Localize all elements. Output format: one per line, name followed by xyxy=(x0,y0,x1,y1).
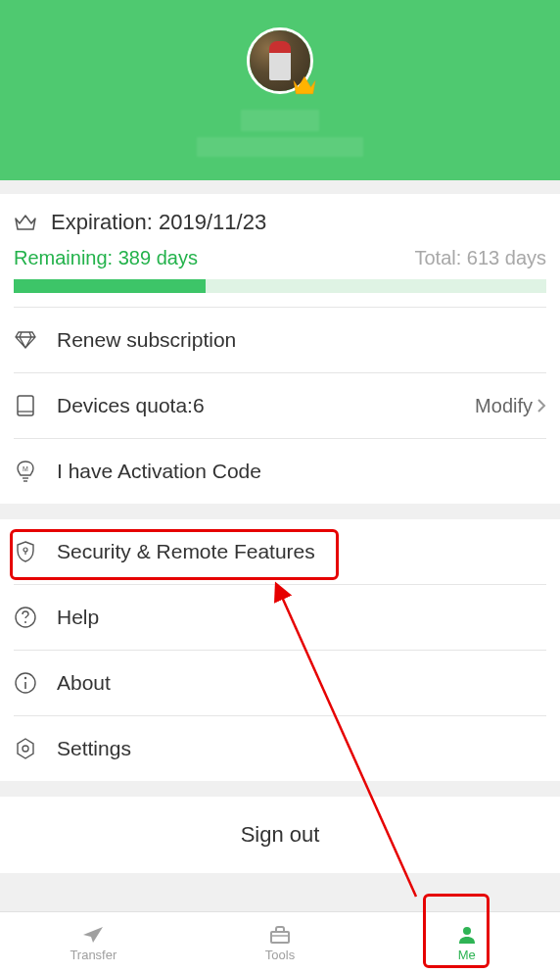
security-row[interactable]: Security & Remote Features xyxy=(0,519,560,584)
activation-label: I have Activation Code xyxy=(57,460,546,483)
expiration-label: Expiration: 2019/11/23 xyxy=(51,210,266,235)
info-icon xyxy=(14,672,37,694)
me-icon xyxy=(454,924,480,946)
modify-link[interactable]: Modify xyxy=(475,395,546,417)
renew-label: Renew subscription xyxy=(57,328,546,352)
settings-row[interactable]: Settings xyxy=(0,716,560,781)
progress-fill xyxy=(14,279,206,293)
nav-tools-label: Tools xyxy=(265,948,295,962)
subscription-progress xyxy=(14,279,546,293)
nav-me[interactable]: Me xyxy=(373,912,560,973)
bottom-nav: Transfer Tools Me xyxy=(0,911,560,973)
features-section: Security & Remote Features Help About xyxy=(0,519,560,781)
svg-point-16 xyxy=(463,927,471,935)
profile-header xyxy=(0,0,560,180)
profile-email xyxy=(197,137,363,157)
svg-marker-12 xyxy=(18,739,33,758)
diamond-icon xyxy=(14,331,37,349)
nav-me-label: Me xyxy=(458,948,476,962)
device-icon xyxy=(14,395,37,416)
help-row[interactable]: Help xyxy=(0,585,560,650)
subscription-section: Expiration: 2019/11/23 Remaining: 389 da… xyxy=(0,194,560,504)
transfer-icon xyxy=(80,924,106,946)
svg-text:M: M xyxy=(23,465,28,472)
modify-label: Modify xyxy=(475,395,533,417)
security-label: Security & Remote Features xyxy=(57,540,546,563)
svg-point-8 xyxy=(24,621,26,623)
svg-point-13 xyxy=(23,746,28,752)
settings-icon xyxy=(14,738,37,759)
devices-quota-label: Devices quota:6 xyxy=(57,394,455,417)
bulb-icon: M xyxy=(14,461,37,482)
sign-out-label: Sign out xyxy=(241,822,320,847)
sign-out-button[interactable]: Sign out xyxy=(0,797,560,873)
about-label: About xyxy=(57,671,546,695)
tools-icon xyxy=(267,924,293,946)
crown-icon xyxy=(14,215,37,230)
activation-code-row[interactable]: M I have Activation Code xyxy=(0,439,560,504)
vip-crown-icon xyxy=(292,74,317,96)
total-days: Total: 613 days xyxy=(414,247,546,269)
help-icon xyxy=(14,607,37,628)
avatar-wrapper[interactable] xyxy=(247,27,313,94)
help-label: Help xyxy=(57,606,546,629)
nav-tools[interactable]: Tools xyxy=(187,912,374,973)
nav-transfer[interactable]: Transfer xyxy=(0,912,187,973)
remaining-days: Remaining: 389 days xyxy=(14,247,198,269)
svg-rect-0 xyxy=(18,396,33,415)
about-row[interactable]: About xyxy=(0,651,560,715)
profile-username xyxy=(241,110,319,131)
svg-point-5 xyxy=(23,548,27,552)
svg-rect-14 xyxy=(271,932,289,943)
shield-icon xyxy=(14,541,37,562)
svg-point-10 xyxy=(24,677,26,679)
renew-subscription-row[interactable]: Renew subscription xyxy=(0,308,560,372)
settings-label: Settings xyxy=(57,737,546,760)
chevron-right-icon xyxy=(537,398,546,414)
devices-quota-row[interactable]: Devices quota:6 Modify xyxy=(0,373,560,438)
nav-transfer-label: Transfer xyxy=(70,948,117,962)
